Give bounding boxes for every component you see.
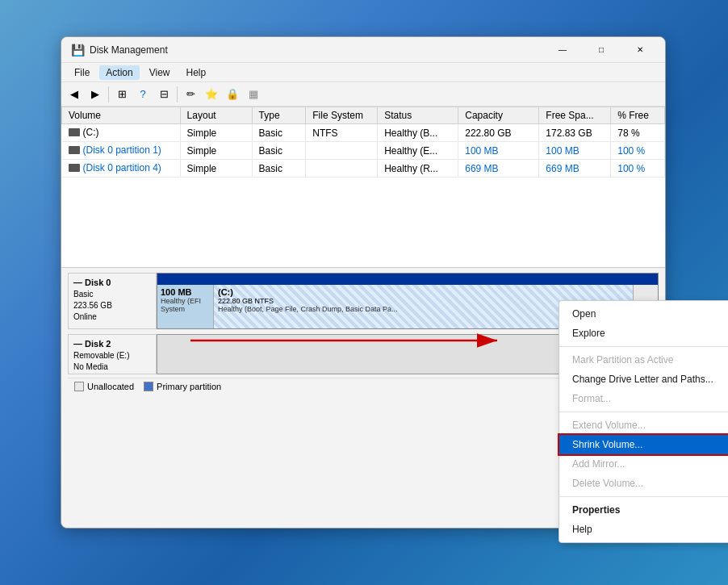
cell-fs	[306, 142, 378, 160]
ctx-sep-2	[559, 412, 728, 412]
cell-type: Basic	[252, 124, 306, 142]
cell-free: 669 MB	[539, 160, 611, 178]
cell-pct: 100 %	[611, 160, 665, 178]
ctx-shrink[interactable]: Shrink Volume...	[559, 435, 728, 454]
toolbar-btn-minus[interactable]: ⊟	[154, 85, 174, 104]
back-button[interactable]: ◀	[65, 85, 84, 104]
disk0-label: — Disk 0 Basic 223.56 GB Online	[68, 273, 157, 329]
efi-size: 100 MB	[161, 287, 210, 297]
disk-management-window: 💾 Disk Management — □ ✕ File Action View…	[61, 36, 666, 529]
cell-capacity: 222.80 GB	[458, 124, 539, 142]
partition-efi[interactable]: 100 MB Healthy (EFI System	[157, 285, 214, 328]
toolbar-btn-help[interactable]: ?	[133, 85, 153, 104]
ctx-format: Format...	[559, 389, 728, 408]
cell-layout: Simple	[180, 142, 252, 160]
cell-volume: (C:)	[62, 124, 181, 142]
cell-free: 172.83 GB	[539, 124, 611, 142]
forward-button[interactable]: ▶	[86, 85, 105, 104]
table-row[interactable]: (Disk 0 partition 4) Simple Basic Health…	[62, 160, 665, 178]
menu-file[interactable]: File	[68, 65, 96, 80]
cell-pct: 78 %	[611, 124, 665, 142]
legend-label-primary: Primary partition	[157, 382, 221, 391]
cell-layout: Simple	[180, 160, 252, 178]
ctx-mark-active: Mark Partition as Active	[559, 350, 728, 370]
disk-table: Volume Layout Type File System Status Ca…	[61, 107, 665, 178]
cell-status: Healthy (R...	[378, 160, 458, 178]
toolbar-btn-lock[interactable]: 🔒	[223, 85, 242, 104]
menu-view[interactable]: View	[143, 65, 177, 80]
ctx-help[interactable]: Help	[559, 520, 728, 539]
legend-primary: Primary partition	[144, 382, 221, 391]
ctx-properties[interactable]: Properties	[559, 500, 728, 520]
col-header-type: Type	[252, 107, 306, 124]
toolbar-btn-extra[interactable]: ▦	[244, 85, 263, 104]
window-icon: 💾	[71, 44, 85, 56]
col-header-layout: Layout	[180, 107, 252, 124]
ctx-change-drive[interactable]: Change Drive Letter and Paths...	[559, 370, 728, 389]
toolbar-btn-edit[interactable]: ✏	[181, 85, 200, 104]
col-header-fs: File System	[306, 107, 378, 124]
table-row[interactable]: (C:) Simple Basic NTFS Healthy (B... 222…	[62, 124, 665, 142]
cell-status: Healthy (E...	[378, 142, 458, 160]
toolbar: ◀ ▶ ⊞ ? ⊟ ✏ ⭐ 🔒 ▦	[61, 82, 665, 107]
ctx-add-mirror: Add Mirror...	[559, 454, 728, 474]
disk-visualization: — Disk 0 Basic 223.56 GB Online 100 MB H…	[61, 268, 665, 399]
cell-pct: 100 %	[611, 142, 665, 160]
cell-free: 100 MB	[539, 142, 611, 160]
cell-status: Healthy (B...	[378, 124, 458, 142]
context-menu: Open Explore Mark Partition as Active Ch…	[559, 300, 728, 543]
cell-fs	[306, 160, 378, 178]
toolbar-sep-1	[108, 86, 109, 102]
efi-label: Healthy (EFI System	[161, 297, 210, 313]
ctx-sep-3	[559, 496, 728, 497]
cell-layout: Simple	[180, 124, 252, 142]
toolbar-btn-grid[interactable]: ⊞	[112, 85, 132, 104]
legend-label-unalloc: Unallocated	[87, 382, 134, 391]
titlebar-controls: — □ ✕	[544, 37, 659, 63]
titlebar-left: 💾 Disk Management	[71, 44, 168, 56]
close-button[interactable]: ✕	[621, 37, 659, 63]
cell-capacity: 100 MB	[458, 142, 539, 160]
maximize-button[interactable]: □	[583, 37, 620, 63]
legend-box-primary	[144, 382, 153, 391]
ctx-sep-1	[559, 346, 728, 347]
ctx-explore[interactable]: Explore	[559, 324, 728, 343]
disk-icon	[69, 164, 80, 172]
menubar: File Action View Help	[61, 63, 665, 82]
col-header-capacity: Capacity	[458, 107, 539, 124]
col-header-volume: Volume	[62, 107, 181, 124]
ctx-open[interactable]: Open	[559, 304, 728, 324]
disk0-header-strip	[157, 274, 658, 285]
disk-icon	[69, 146, 80, 154]
disk-icon	[69, 128, 80, 136]
menu-action[interactable]: Action	[99, 65, 139, 80]
disk2-label: — Disk 2 Removable (E:) No Media	[68, 334, 157, 374]
cell-capacity: 669 MB	[458, 160, 539, 178]
menu-help[interactable]: Help	[180, 65, 213, 80]
toolbar-sep-2	[177, 86, 178, 102]
col-header-free: Free Spa...	[539, 107, 611, 124]
legend-unallocated: Unallocated	[74, 382, 134, 391]
cell-fs: NTFS	[306, 124, 378, 142]
c-drive-label: (C:)	[218, 287, 629, 297]
disk-table-area: Volume Layout Type File System Status Ca…	[61, 107, 665, 268]
cell-volume: (Disk 0 partition 1)	[62, 142, 181, 160]
cell-volume: (Disk 0 partition 4)	[62, 160, 181, 178]
toolbar-btn-star[interactable]: ⭐	[202, 85, 221, 104]
titlebar: 💾 Disk Management — □ ✕	[61, 37, 665, 63]
col-header-pct: % Free	[611, 107, 665, 124]
cell-type: Basic	[252, 160, 306, 178]
window-title: Disk Management	[90, 44, 168, 56]
ctx-extend: Extend Volume...	[559, 416, 728, 435]
col-header-status: Status	[378, 107, 458, 124]
minimize-button[interactable]: —	[544, 37, 581, 63]
legend-box-unalloc	[74, 382, 84, 391]
cell-type: Basic	[252, 142, 306, 160]
ctx-delete: Delete Volume...	[559, 474, 728, 493]
table-row[interactable]: (Disk 0 partition 1) Simple Basic Health…	[62, 142, 665, 160]
